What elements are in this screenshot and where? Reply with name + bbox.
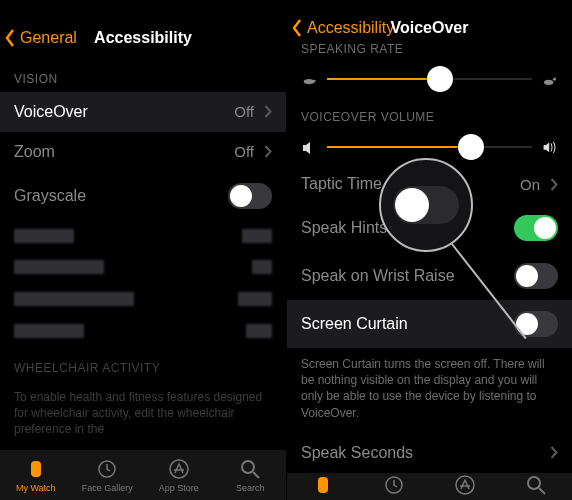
speaking-rate-slider[interactable]	[287, 62, 572, 96]
svg-marker-9	[544, 143, 550, 153]
section-header-vision: VISION	[0, 58, 286, 92]
tab-search[interactable]: Search	[215, 450, 287, 500]
row-speak-seconds[interactable]: Speak Seconds	[287, 433, 572, 473]
svg-marker-8	[303, 142, 310, 154]
slider-track[interactable]	[327, 146, 532, 148]
watch-icon	[24, 457, 48, 481]
left-screen: General Accessibility VISION VoiceOver O…	[0, 0, 286, 500]
screen-curtain-label: Screen Curtain	[301, 315, 408, 333]
zoom-value: Off	[234, 143, 254, 160]
speak-hints-toggle[interactable]	[514, 215, 558, 241]
tab-label: App Store	[159, 483, 199, 493]
nav-bar: Accessibility VoiceOver	[287, 18, 572, 38]
wrist-raise-label: Speak on Wrist Raise	[301, 267, 455, 285]
tab-face-gallery[interactable]: Face Gallery	[72, 450, 144, 500]
tab-my-watch[interactable]: My Watch	[287, 473, 358, 500]
svg-line-14	[539, 488, 545, 494]
voiceover-value: Off	[234, 103, 254, 120]
row-voiceover[interactable]: VoiceOver Off	[0, 92, 286, 132]
row-screen-curtain[interactable]: Screen Curtain	[287, 300, 572, 348]
row-taptic-time[interactable]: Taptic Time On	[287, 164, 572, 204]
gallery-icon	[95, 457, 119, 481]
voiceover-label: VoiceOver	[14, 103, 88, 121]
screen-curtain-toggle[interactable]	[514, 311, 558, 337]
tab-my-watch[interactable]: My Watch	[0, 450, 72, 500]
slider-thumb[interactable]	[427, 66, 453, 92]
svg-rect-10	[318, 477, 328, 493]
back-label: Accessibility	[307, 19, 394, 37]
right-screen: Accessibility VoiceOver SPEAKING RATE VO…	[286, 0, 572, 500]
volume-slider[interactable]	[287, 130, 572, 164]
speak-seconds-label: Speak Seconds	[301, 444, 413, 462]
turtle-icon	[301, 72, 317, 86]
row-wrist-raise[interactable]: Speak on Wrist Raise	[287, 252, 572, 300]
tab-bar: My Watch Face Gallery App Store Search	[287, 473, 572, 500]
svg-line-4	[253, 472, 259, 478]
volume-high-icon	[542, 140, 558, 154]
wheelchair-footer-text: To enable health and fitness features de…	[0, 381, 286, 450]
back-label: General	[20, 29, 77, 47]
tab-face-gallery[interactable]: Face Gallery	[358, 473, 429, 500]
back-button[interactable]: General	[4, 28, 77, 48]
tab-label: Face Gallery	[82, 483, 133, 493]
slider-track[interactable]	[327, 78, 532, 80]
gallery-icon	[382, 473, 406, 497]
row-zoom[interactable]: Zoom Off	[0, 132, 286, 172]
chevron-right-icon	[264, 145, 272, 158]
volume-low-icon	[301, 140, 317, 154]
svg-rect-0	[31, 461, 41, 477]
tab-app-store[interactable]: App Store	[430, 473, 501, 500]
tab-app-store[interactable]: App Store	[143, 450, 215, 500]
back-button[interactable]: Accessibility	[291, 18, 394, 38]
row-grayscale[interactable]: Grayscale	[0, 172, 286, 220]
svg-point-6	[313, 80, 316, 83]
tab-label: Search	[236, 483, 265, 493]
watch-icon	[311, 473, 335, 497]
tab-label: My Watch	[16, 483, 56, 493]
svg-point-7	[544, 80, 553, 85]
search-icon	[524, 473, 548, 497]
search-icon	[238, 457, 262, 481]
taptic-time-value: On	[520, 176, 540, 193]
section-header-wheelchair: WHEELCHAIR ACTIVITY	[0, 347, 286, 381]
screen-curtain-desc: Screen Curtain turns the screen off. The…	[287, 348, 572, 433]
section-volume: VOICEOVER VOLUME	[287, 96, 572, 130]
redacted-row	[14, 226, 272, 246]
wrist-raise-toggle[interactable]	[514, 263, 558, 289]
slider-thumb[interactable]	[458, 134, 484, 160]
tab-bar: My Watch Face Gallery App Store Search	[0, 450, 286, 500]
chevron-right-icon	[264, 105, 272, 118]
taptic-time-label: Taptic Time	[301, 175, 382, 193]
rabbit-icon	[542, 72, 558, 86]
chevron-right-icon	[550, 446, 558, 459]
zoom-label: Zoom	[14, 143, 55, 161]
svg-point-3	[242, 461, 254, 473]
chevron-right-icon	[550, 178, 558, 191]
tab-search[interactable]: Search	[501, 473, 572, 500]
redacted-row	[14, 289, 272, 309]
nav-bar: General Accessibility	[0, 18, 286, 58]
redacted-row	[14, 321, 272, 341]
grayscale-label: Grayscale	[14, 187, 86, 205]
appstore-icon	[167, 457, 191, 481]
row-speak-hints[interactable]: Speak Hints	[287, 204, 572, 252]
svg-point-5	[304, 79, 315, 84]
svg-point-13	[528, 477, 540, 489]
grayscale-toggle[interactable]	[228, 183, 272, 209]
appstore-icon	[453, 473, 477, 497]
redacted-row	[14, 257, 272, 277]
section-speaking-rate: SPEAKING RATE	[287, 38, 572, 62]
speak-hints-label: Speak Hints	[301, 219, 387, 237]
